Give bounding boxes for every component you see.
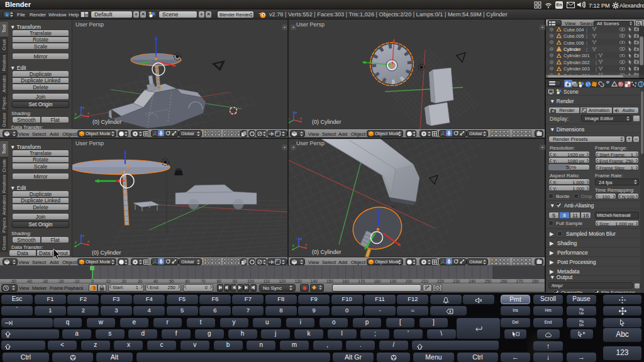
svg-text:z: z xyxy=(295,111,297,114)
svg-text:(0) Cylinder: (0) Cylinder xyxy=(312,119,341,125)
svg-text:i: i xyxy=(6,13,7,17)
svg-text:z: z xyxy=(82,106,84,109)
svg-text:(0) Cylinder: (0) Cylinder xyxy=(312,249,341,255)
svg-text:x: x xyxy=(300,116,302,120)
svg-text:y: y xyxy=(289,117,289,121)
svg-text:(0) Cylinder: (0) Cylinder xyxy=(92,119,122,125)
svg-text:y: y xyxy=(75,240,77,244)
svg-text:x: x xyxy=(87,111,89,115)
svg-text:y: y xyxy=(292,243,294,247)
svg-text:User Persp: User Persp xyxy=(75,140,104,146)
svg-text:x: x xyxy=(87,239,89,243)
svg-text:User Persp: User Persp xyxy=(75,21,104,28)
svg-text:y: y xyxy=(75,112,77,116)
svg-text:z: z xyxy=(300,237,302,241)
svg-text:User Persp: User Persp xyxy=(296,140,325,146)
svg-text:z: z xyxy=(82,234,84,238)
svg-text:x: x xyxy=(305,243,307,246)
svg-text:(0) Cylinder: (0) Cylinder xyxy=(92,250,121,256)
svg-text:User Persp: User Persp xyxy=(296,21,325,28)
